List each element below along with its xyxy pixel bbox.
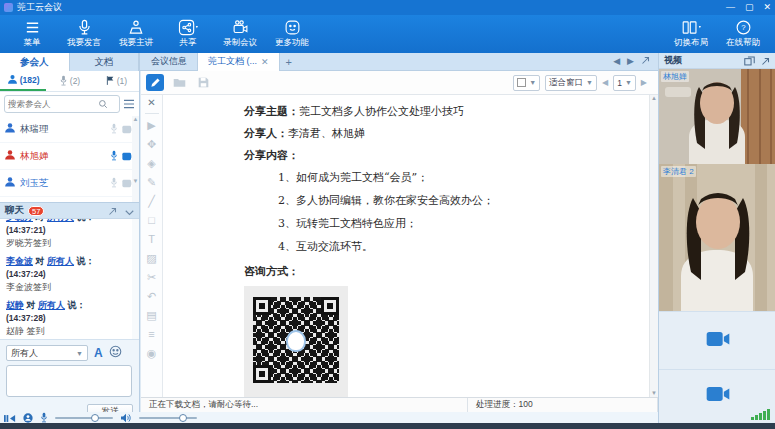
- image-tool-icon[interactable]: ▨: [146, 249, 156, 268]
- close-strip-icon[interactable]: ✕: [147, 97, 155, 111]
- menu-icon: [23, 19, 42, 36]
- subtab-flagged[interactable]: (1): [93, 71, 139, 91]
- expand-document-icon[interactable]: [641, 56, 650, 67]
- pen-tool-icon[interactable]: ✎: [147, 173, 156, 192]
- chat-messages: 罗晓芳 对 所有人 说： (14:37:21) 罗晓芳签到 李金波 对 所有人 …: [0, 219, 139, 339]
- emoji-button[interactable]: [109, 344, 122, 362]
- document-toolbar: ▼ 适合窗口▼ ◀ 1▼ ▶: [141, 71, 658, 95]
- color-picker-dropdown[interactable]: ▼: [513, 75, 540, 91]
- zoom-fit-dropdown[interactable]: 适合窗口▼: [545, 75, 597, 91]
- tab-participants[interactable]: 参会人: [0, 53, 70, 71]
- record-camera-icon: [231, 19, 250, 36]
- tab-shared-document[interactable]: 莞工文档 (... ✕: [197, 53, 280, 71]
- sidebar: 参会人 文档 (182) (2) (1): [0, 53, 140, 412]
- cut-tool-icon[interactable]: ✂: [147, 268, 156, 287]
- list-tool-icon[interactable]: ≡: [148, 325, 154, 344]
- empty-video-slot-1[interactable]: [659, 311, 775, 369]
- participant-row-clipped[interactable]: [0, 197, 139, 202]
- close-tab-icon[interactable]: ✕: [261, 57, 269, 67]
- menu-button[interactable]: 菜单: [15, 16, 49, 52]
- participant-row[interactable]: 林旭婵: [0, 143, 139, 170]
- document-scrollbar[interactable]: ▲ ▼: [649, 95, 658, 397]
- close-button[interactable]: ✕: [763, 3, 771, 12]
- participant-row[interactable]: 刘玉芝: [0, 170, 139, 197]
- tab-meeting-info[interactable]: 会议信息: [141, 53, 197, 71]
- annotate-pen-button[interactable]: [146, 74, 164, 91]
- speaker-volume-slider[interactable]: [139, 417, 197, 419]
- subtab-mic-on[interactable]: (2): [46, 71, 92, 91]
- expand-video-icon[interactable]: [761, 52, 770, 70]
- annotation-tool-strip: ✕ ▶ ✥ ◈ ✎ ╱ □ T ▨ ✂ ↶ ▤ ≡ ◉: [141, 95, 163, 397]
- tab-scroll-left-icon[interactable]: ◀: [613, 56, 620, 67]
- swap-video-icon[interactable]: [744, 52, 755, 70]
- sender-link[interactable]: 赵静: [6, 300, 24, 310]
- eraser-tool-icon[interactable]: ◈: [147, 154, 155, 173]
- chat-popout-icon[interactable]: [108, 202, 117, 220]
- switch-layout-button[interactable]: 切换布局: [674, 16, 708, 52]
- sender-link[interactable]: 李金波: [6, 256, 33, 266]
- stamp-tool-icon[interactable]: ◉: [147, 344, 157, 363]
- camera-placeholder-icon: [706, 386, 730, 406]
- list-view-icon[interactable]: [123, 95, 135, 113]
- pointer-tool-icon[interactable]: ▶: [147, 116, 155, 135]
- pages-tool-icon[interactable]: ▤: [146, 306, 156, 325]
- attendee-icon: [4, 174, 16, 192]
- next-page-icon[interactable]: ▶: [641, 78, 647, 87]
- search-icon[interactable]: [98, 95, 108, 113]
- help-icon: ?: [735, 19, 752, 36]
- target-link[interactable]: 所有人: [47, 219, 74, 222]
- participant-search: [4, 95, 120, 113]
- mic-off-icon[interactable]: [110, 174, 118, 192]
- search-input[interactable]: [8, 99, 98, 109]
- tab-scroll-right-icon[interactable]: ▶: [627, 56, 634, 67]
- target-link[interactable]: 所有人: [38, 300, 65, 310]
- participant-row[interactable]: 林瑞理: [0, 116, 139, 143]
- qq-qrcode-block: [244, 286, 348, 397]
- doc-list-item: 3、玩转莞工文档特色应用；: [278, 216, 658, 231]
- slider-knob[interactable]: [91, 414, 99, 422]
- empty-video-slot-2[interactable]: [659, 369, 775, 422]
- chat-header[interactable]: 聊天 57: [0, 202, 139, 219]
- request-present-button[interactable]: 我要主讲: [119, 16, 153, 52]
- rectangle-tool-icon[interactable]: □: [148, 211, 155, 230]
- svg-text:?: ?: [741, 23, 746, 32]
- video-feed-2-label: 李清君 2: [661, 166, 696, 177]
- chevron-down-icon[interactable]: [125, 202, 134, 220]
- record-meeting-button[interactable]: 录制会议: [223, 16, 257, 52]
- maximize-button[interactable]: ▢: [745, 3, 754, 12]
- minimize-button[interactable]: —: [726, 3, 735, 12]
- share-button[interactable]: 共享: [171, 16, 205, 52]
- line-tool-icon[interactable]: ╱: [148, 192, 155, 211]
- subtab-all-participants[interactable]: (182): [0, 71, 46, 91]
- slider-knob[interactable]: [179, 414, 187, 422]
- tab-documents[interactable]: 文档: [70, 53, 140, 71]
- chat-scrollbar[interactable]: [132, 219, 139, 339]
- mic-off-icon[interactable]: [110, 120, 118, 138]
- online-help-button[interactable]: ? 在线帮助: [726, 16, 760, 52]
- recipient-select[interactable]: 所有人▼: [6, 345, 88, 361]
- message-input[interactable]: [6, 365, 132, 397]
- attendee-icon: [4, 201, 16, 202]
- prev-page-icon[interactable]: ◀: [602, 78, 608, 87]
- document-canvas[interactable]: 分享主题：莞工文档多人协作公文处理小技巧 分享人：李清君、林旭婵 分享内容： 1…: [163, 95, 658, 397]
- mic-volume-slider[interactable]: [55, 417, 113, 419]
- open-folder-button[interactable]: [170, 74, 188, 91]
- request-speak-button[interactable]: 我要发言: [67, 16, 101, 52]
- qr-finder: [253, 365, 271, 383]
- save-button[interactable]: [194, 74, 212, 91]
- text-tool-icon[interactable]: T: [148, 230, 155, 249]
- doc-topic-line: 分享主题：莞工文档多人协作公文处理小技巧: [244, 104, 658, 119]
- video-feed-2[interactable]: 李清君 2: [659, 164, 775, 311]
- target-link[interactable]: 所有人: [47, 256, 74, 266]
- video-feed-1[interactable]: 林旭婵: [659, 69, 775, 164]
- sender-link[interactable]: 罗晓芳: [6, 219, 33, 222]
- participant-scrollbar[interactable]: ▲▼: [132, 116, 139, 202]
- pan-tool-icon[interactable]: ✥: [147, 135, 156, 154]
- mic-on-icon[interactable]: [110, 147, 118, 165]
- add-tab-button[interactable]: +: [286, 56, 292, 68]
- font-style-button[interactable]: A: [94, 346, 103, 360]
- chat-composer: 所有人▼ A 发送: [0, 339, 139, 414]
- page-number-dropdown[interactable]: 1▼: [613, 75, 636, 91]
- more-features-button[interactable]: 更多功能: [275, 16, 309, 52]
- undo-tool-icon[interactable]: ↶: [147, 287, 156, 306]
